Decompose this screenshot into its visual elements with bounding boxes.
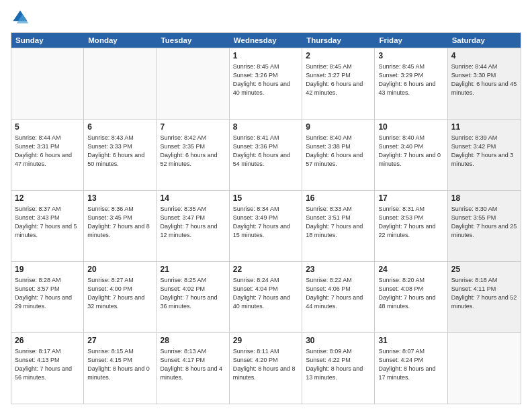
day-info: Sunrise: 8:39 AM Sunset: 3:42 PM Dayligh… [451, 134, 517, 169]
calendar-day-24: 24Sunrise: 8:20 AM Sunset: 4:08 PM Dayli… [375, 262, 447, 332]
day-info: Sunrise: 8:07 AM Sunset: 4:24 PM Dayligh… [378, 347, 443, 382]
day-info: Sunrise: 8:40 AM Sunset: 3:38 PM Dayligh… [306, 134, 371, 169]
calendar-day-21: 21Sunrise: 8:25 AM Sunset: 4:02 PM Dayli… [157, 262, 230, 332]
day-info: Sunrise: 8:17 AM Sunset: 4:13 PM Dayligh… [15, 347, 80, 382]
header [11, 8, 521, 27]
day-number: 22 [233, 264, 298, 275]
day-info: Sunrise: 8:20 AM Sunset: 4:08 PM Dayligh… [378, 276, 443, 311]
calendar-week-3: 12Sunrise: 8:37 AM Sunset: 3:43 PM Dayli… [11, 190, 521, 261]
day-number: 4 [451, 50, 517, 62]
calendar-week-1: 1Sunrise: 8:45 AM Sunset: 3:26 PM Daylig… [11, 48, 521, 119]
calendar-day-16: 16Sunrise: 8:33 AM Sunset: 3:51 PM Dayli… [302, 191, 375, 261]
calendar-week-2: 5Sunrise: 8:44 AM Sunset: 3:31 PM Daylig… [11, 119, 521, 190]
day-number: 26 [15, 335, 80, 347]
day-info: Sunrise: 8:44 AM Sunset: 3:30 PM Dayligh… [451, 62, 517, 97]
day-info: Sunrise: 8:25 AM Sunset: 4:02 PM Dayligh… [161, 276, 226, 311]
calendar-day-1: 1Sunrise: 8:45 AM Sunset: 3:26 PM Daylig… [230, 48, 302, 119]
day-number: 11 [451, 122, 517, 133]
day-number: 20 [87, 264, 152, 275]
calendar-day-2: 2Sunrise: 8:45 AM Sunset: 3:27 PM Daylig… [302, 48, 375, 119]
day-number: 31 [378, 335, 443, 347]
calendar-header-sunday: Sunday [11, 33, 84, 48]
calendar-day-8: 8Sunrise: 8:41 AM Sunset: 3:36 PM Daylig… [230, 120, 302, 190]
calendar-day-26: 26Sunrise: 8:17 AM Sunset: 4:13 PM Dayli… [11, 333, 84, 404]
calendar-day-13: 13Sunrise: 8:36 AM Sunset: 3:45 PM Dayli… [84, 191, 157, 261]
day-number: 23 [306, 264, 371, 275]
calendar-header-monday: Monday [84, 33, 157, 48]
day-info: Sunrise: 8:40 AM Sunset: 3:40 PM Dayligh… [378, 134, 443, 169]
calendar-day-6: 6Sunrise: 8:43 AM Sunset: 3:33 PM Daylig… [84, 120, 157, 190]
day-info: Sunrise: 8:09 AM Sunset: 4:22 PM Dayligh… [306, 347, 371, 382]
day-info: Sunrise: 8:24 AM Sunset: 4:04 PM Dayligh… [233, 276, 298, 311]
calendar-day-27: 27Sunrise: 8:15 AM Sunset: 4:15 PM Dayli… [84, 333, 157, 404]
day-number: 29 [233, 335, 298, 347]
day-info: Sunrise: 8:13 AM Sunset: 4:17 PM Dayligh… [161, 347, 226, 382]
calendar-empty-cell [11, 48, 84, 119]
day-info: Sunrise: 8:30 AM Sunset: 3:55 PM Dayligh… [451, 205, 517, 240]
day-number: 7 [161, 122, 226, 133]
calendar-header-thursday: Thursday [302, 33, 375, 48]
day-number: 1 [233, 50, 298, 62]
day-info: Sunrise: 8:18 AM Sunset: 4:11 PM Dayligh… [451, 276, 517, 311]
calendar-day-11: 11Sunrise: 8:39 AM Sunset: 3:42 PM Dayli… [448, 120, 521, 190]
day-number: 10 [378, 122, 443, 133]
calendar-day-18: 18Sunrise: 8:30 AM Sunset: 3:55 PM Dayli… [448, 191, 521, 261]
day-info: Sunrise: 8:45 AM Sunset: 3:27 PM Dayligh… [306, 62, 371, 97]
calendar-header-row: SundayMondayTuesdayWednesdayThursdayFrid… [11, 33, 521, 48]
day-info: Sunrise: 8:45 AM Sunset: 3:26 PM Dayligh… [233, 62, 298, 97]
day-info: Sunrise: 8:34 AM Sunset: 3:49 PM Dayligh… [233, 205, 298, 240]
day-info: Sunrise: 8:33 AM Sunset: 3:51 PM Dayligh… [306, 205, 371, 240]
day-info: Sunrise: 8:37 AM Sunset: 3:43 PM Dayligh… [15, 205, 80, 240]
day-info: Sunrise: 8:11 AM Sunset: 4:20 PM Dayligh… [233, 347, 298, 382]
calendar-day-22: 22Sunrise: 8:24 AM Sunset: 4:04 PM Dayli… [230, 262, 302, 332]
day-info: Sunrise: 8:31 AM Sunset: 3:53 PM Dayligh… [378, 205, 443, 240]
calendar-day-28: 28Sunrise: 8:13 AM Sunset: 4:17 PM Dayli… [157, 333, 230, 404]
day-number: 15 [233, 193, 298, 204]
day-number: 6 [87, 122, 152, 133]
day-number: 12 [15, 193, 80, 204]
calendar-empty-cell [84, 48, 157, 119]
calendar-day-23: 23Sunrise: 8:22 AM Sunset: 4:06 PM Dayli… [302, 262, 375, 332]
day-number: 9 [306, 122, 371, 133]
day-info: Sunrise: 8:44 AM Sunset: 3:31 PM Dayligh… [15, 134, 80, 169]
day-number: 24 [378, 264, 443, 275]
day-info: Sunrise: 8:15 AM Sunset: 4:15 PM Dayligh… [87, 347, 152, 382]
day-info: Sunrise: 8:36 AM Sunset: 3:45 PM Dayligh… [87, 205, 152, 240]
calendar-week-5: 26Sunrise: 8:17 AM Sunset: 4:13 PM Dayli… [11, 332, 521, 404]
day-info: Sunrise: 8:41 AM Sunset: 3:36 PM Dayligh… [233, 134, 298, 169]
calendar-day-4: 4Sunrise: 8:44 AM Sunset: 3:30 PM Daylig… [448, 48, 521, 119]
day-info: Sunrise: 8:42 AM Sunset: 3:35 PM Dayligh… [161, 134, 226, 169]
calendar-day-5: 5Sunrise: 8:44 AM Sunset: 3:31 PM Daylig… [11, 120, 84, 190]
calendar-day-20: 20Sunrise: 8:27 AM Sunset: 4:00 PM Dayli… [84, 262, 157, 332]
day-info: Sunrise: 8:22 AM Sunset: 4:06 PM Dayligh… [306, 276, 371, 311]
day-number: 16 [306, 193, 371, 204]
day-number: 30 [306, 335, 371, 347]
day-info: Sunrise: 8:28 AM Sunset: 3:57 PM Dayligh… [15, 276, 80, 311]
calendar-header-saturday: Saturday [448, 33, 521, 48]
day-number: 21 [161, 264, 226, 275]
calendar-day-10: 10Sunrise: 8:40 AM Sunset: 3:40 PM Dayli… [375, 120, 447, 190]
day-number: 8 [233, 122, 298, 133]
logo-icon [11, 8, 30, 27]
day-number: 18 [451, 193, 517, 204]
calendar-day-3: 3Sunrise: 8:45 AM Sunset: 3:29 PM Daylig… [375, 48, 447, 119]
calendar-header-tuesday: Tuesday [157, 33, 230, 48]
calendar-body: 1Sunrise: 8:45 AM Sunset: 3:26 PM Daylig… [11, 48, 521, 404]
calendar-day-12: 12Sunrise: 8:37 AM Sunset: 3:43 PM Dayli… [11, 191, 84, 261]
calendar-empty-cell [157, 48, 230, 119]
calendar-day-7: 7Sunrise: 8:42 AM Sunset: 3:35 PM Daylig… [157, 120, 230, 190]
logo [11, 8, 32, 27]
calendar-day-25: 25Sunrise: 8:18 AM Sunset: 4:11 PM Dayli… [448, 262, 521, 332]
calendar-day-19: 19Sunrise: 8:28 AM Sunset: 3:57 PM Dayli… [11, 262, 84, 332]
calendar-day-14: 14Sunrise: 8:35 AM Sunset: 3:47 PM Dayli… [157, 191, 230, 261]
calendar-header-friday: Friday [375, 33, 447, 48]
calendar-empty-cell [448, 333, 521, 404]
calendar-week-4: 19Sunrise: 8:28 AM Sunset: 3:57 PM Dayli… [11, 261, 521, 332]
calendar-day-30: 30Sunrise: 8:09 AM Sunset: 4:22 PM Dayli… [302, 333, 375, 404]
calendar-day-31: 31Sunrise: 8:07 AM Sunset: 4:24 PM Dayli… [375, 333, 447, 404]
calendar-day-29: 29Sunrise: 8:11 AM Sunset: 4:20 PM Dayli… [230, 333, 302, 404]
day-number: 2 [306, 50, 371, 62]
day-info: Sunrise: 8:43 AM Sunset: 3:33 PM Dayligh… [87, 134, 152, 169]
calendar-day-15: 15Sunrise: 8:34 AM Sunset: 3:49 PM Dayli… [230, 191, 302, 261]
calendar-day-9: 9Sunrise: 8:40 AM Sunset: 3:38 PM Daylig… [302, 120, 375, 190]
